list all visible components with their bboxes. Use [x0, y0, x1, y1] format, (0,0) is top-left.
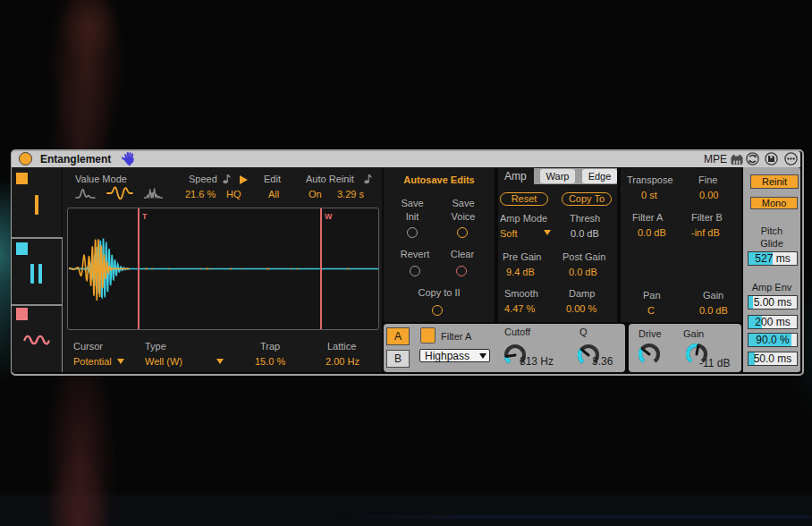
svg-text:W: W	[325, 212, 333, 221]
svg-text:T: T	[142, 212, 148, 221]
